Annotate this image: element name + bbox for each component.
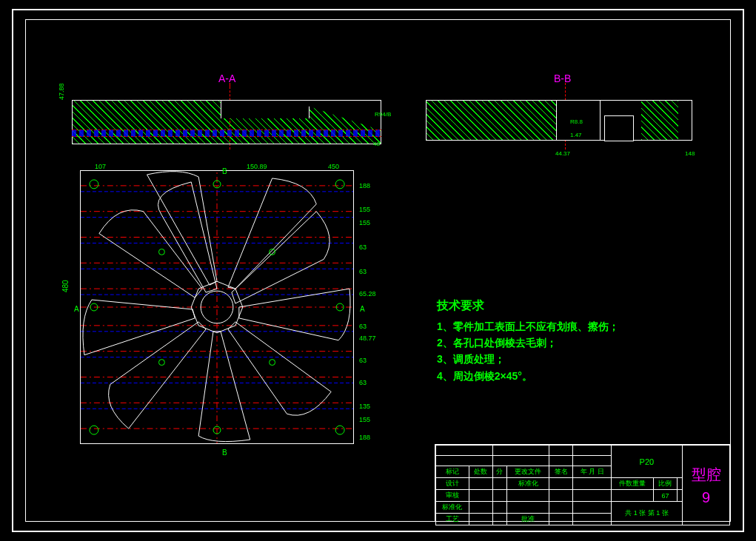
svg-point-24	[335, 180, 344, 189]
tech-item: 4、周边倒棱2×45°。	[437, 368, 619, 384]
hdr: 签名	[549, 466, 573, 478]
dim: 188	[359, 434, 370, 441]
dim-bottom-a: 48	[373, 141, 380, 147]
inner-step	[604, 115, 634, 141]
row-label: 审核	[436, 490, 469, 502]
dim-callout-a: R94/B	[375, 111, 391, 118]
dim: 63	[359, 357, 367, 364]
dim: 450	[328, 163, 339, 170]
svg-point-26	[335, 426, 344, 434]
weight-label: 件数重量	[611, 478, 653, 490]
row-label-mid2: 批准	[507, 514, 549, 525]
dim-height-a: 47.88	[58, 83, 65, 100]
technical-requirements: 技术要求 1、零件加工表面上不应有划痕、擦伤； 2、各孔口处倒棱去毛刺； 3、调…	[437, 296, 619, 384]
plan-top-dims: 107 150.89 450	[80, 163, 354, 172]
svg-point-33	[158, 360, 164, 366]
dim: 155	[359, 417, 370, 423]
sheet-cell: 共 1 张 第 1 张	[611, 502, 682, 525]
dim: 63	[359, 269, 367, 275]
hdr: 标记	[436, 466, 469, 478]
row-label-mid: 标准化	[507, 478, 549, 490]
section-a-label: A-A	[218, 73, 235, 84]
hdr: 更改文件	[507, 466, 549, 478]
svg-point-23	[90, 180, 98, 189]
dim-plan-y: 480	[61, 280, 70, 292]
hdr: 年 月 日	[573, 466, 612, 478]
tech-item: 2、各孔口处倒棱去毛刺；	[437, 335, 619, 351]
dim-b-3: 148	[685, 150, 695, 157]
hatch-left	[426, 101, 556, 140]
section-a-dashlines	[72, 130, 381, 137]
section-a-view	[72, 100, 381, 144]
material-cell: P20	[611, 446, 682, 478]
dim-b-1: 1.47	[570, 132, 582, 138]
dim: 155	[359, 220, 370, 226]
dim: 63	[359, 244, 367, 251]
dim: 65.28	[359, 291, 376, 298]
row-label: 工艺	[436, 514, 469, 525]
row-label: 设计	[436, 478, 469, 490]
dim: 150.89	[247, 163, 267, 170]
dim-b-2: 44.37	[555, 150, 570, 157]
hdr: 分	[492, 466, 507, 478]
svg-point-25	[90, 426, 98, 434]
section-b-label: B-B	[554, 73, 571, 84]
plan-view	[80, 170, 354, 444]
hatch-right	[641, 101, 678, 140]
dim: 188	[359, 183, 370, 189]
section-b-view	[426, 100, 692, 141]
tech-item: 3、调质处理；	[437, 351, 619, 367]
part-name: 型腔	[684, 465, 728, 485]
svg-point-31	[158, 249, 164, 255]
dim: 107	[95, 163, 106, 170]
tech-item: 1、零件加工表面上不应有划痕、擦伤；	[437, 318, 619, 335]
scale-label: 比例	[653, 478, 677, 490]
dim: 48.77	[359, 335, 376, 342]
hdr: 处数	[469, 466, 492, 478]
dim: 135	[359, 403, 370, 410]
svg-point-34	[270, 360, 275, 366]
dim: 155	[359, 206, 370, 213]
drawing-number: 9	[684, 489, 728, 506]
mass-cell: 67	[653, 490, 677, 502]
row-label: 标准化	[436, 502, 469, 514]
dim-b-0: R8.8	[570, 118, 583, 125]
tech-title: 技术要求	[437, 296, 619, 315]
dim: 63	[359, 380, 367, 386]
title-block: P20 型腔 9 标记 处数 分 更改文件 签名 年 月 日 设计 标准化 件数…	[435, 444, 731, 522]
taper-cut	[292, 101, 381, 130]
dim: 63	[359, 323, 367, 330]
